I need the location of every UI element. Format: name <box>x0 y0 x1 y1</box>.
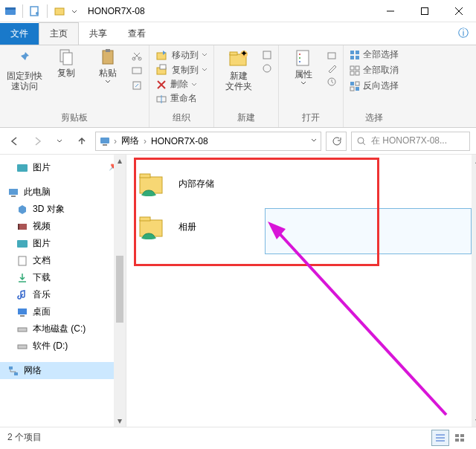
copy-path-button[interactable] <box>131 65 143 77</box>
help-icon[interactable]: ⓘ <box>458 27 469 40</box>
nav-this-pc[interactable]: 此电脑 <box>0 184 126 201</box>
paste-shortcut-button[interactable] <box>131 80 143 91</box>
nav-desktop[interactable]: 桌面 <box>0 303 126 320</box>
label: 新建 文件夹 <box>225 71 252 92</box>
scroll-thumb[interactable] <box>116 256 123 323</box>
details-view-button[interactable] <box>431 430 449 446</box>
group-label: 打开 <box>285 110 337 124</box>
svg-rect-1 <box>5 7 16 10</box>
refresh-button[interactable] <box>326 132 347 151</box>
content-scrollbar[interactable]: ▴ ▾ <box>472 155 476 427</box>
app-icon <box>4 5 16 17</box>
svg-rect-7 <box>63 53 72 65</box>
scroll-up-icon[interactable]: ▴ <box>114 155 126 167</box>
ribbon-group-clipboard: 固定到快 速访问 复制 粘贴 剪贴板 <box>0 45 149 127</box>
svg-rect-73 <box>460 439 464 442</box>
svg-rect-23 <box>263 51 271 59</box>
rename-button[interactable]: 重命名 <box>155 92 197 105</box>
svg-rect-16 <box>160 65 166 69</box>
address-bar: › 网络 › HONOR7X-08 在 HONOR7X-08... <box>0 128 476 155</box>
tab-file[interactable]: 文件 <box>0 23 39 45</box>
nav-scrollbar[interactable]: ▴ ▾ <box>114 155 126 427</box>
scroll-up-icon[interactable]: ▴ <box>472 155 476 167</box>
nav-pictures[interactable]: 图片 <box>0 159 126 176</box>
ribbon: 固定到快 速访问 复制 粘贴 剪贴板 移动到 复制到 删除 <box>0 45 476 128</box>
svg-rect-31 <box>350 51 354 54</box>
move-to-button[interactable]: 移动到 <box>155 48 208 62</box>
breadcrumb-bar[interactable]: › 网络 › HONOR7X-08 <box>95 132 321 151</box>
svg-point-45 <box>358 138 364 143</box>
svg-rect-37 <box>350 71 354 75</box>
copy-icon <box>57 48 75 66</box>
svg-rect-4 <box>55 8 64 15</box>
back-button[interactable] <box>6 132 24 150</box>
shortcut-icon <box>131 80 143 91</box>
svg-rect-34 <box>356 56 359 59</box>
svg-rect-32 <box>356 51 359 54</box>
nav-pictures-2[interactable]: 图片 <box>0 235 126 252</box>
nav-3d-objects[interactable]: 3D 对象 <box>0 201 126 218</box>
nav-documents[interactable]: 文档 <box>0 252 126 269</box>
svg-point-27 <box>299 57 300 59</box>
cut-button[interactable] <box>131 50 143 62</box>
recent-dropdown[interactable] <box>51 132 68 150</box>
qat-properties-icon[interactable] <box>29 5 41 17</box>
nav-downloads[interactable]: 下载 <box>0 269 126 286</box>
copy-button[interactable]: 复制 <box>48 48 85 78</box>
paste-button[interactable]: 粘贴 <box>89 48 126 84</box>
maximize-button[interactable] <box>408 0 442 22</box>
view-mode-buttons <box>431 430 469 446</box>
nav-videos[interactable]: 视频 <box>0 218 126 235</box>
scroll-down-icon[interactable]: ▾ <box>114 415 126 427</box>
pin-quick-access-button[interactable]: 固定到快 速访问 <box>6 48 43 92</box>
crumb-device[interactable]: HONOR7X-08 <box>149 136 210 146</box>
chevron-right-icon[interactable]: › <box>144 136 147 146</box>
large-icons-view-button[interactable] <box>451 430 469 446</box>
nav-c-drive[interactable]: 本地磁盘 (C:) <box>0 320 126 337</box>
select-none-button[interactable]: 全部取消 <box>350 64 399 77</box>
search-box[interactable]: 在 HONOR7X-08... <box>351 132 470 151</box>
select-all-button[interactable]: 全部选择 <box>350 48 399 61</box>
properties-button[interactable]: 属性 <box>285 48 322 85</box>
nav-music[interactable]: 音乐 <box>0 286 126 303</box>
open-button[interactable] <box>327 50 337 60</box>
chevron-right-icon[interactable]: › <box>114 136 117 146</box>
qat-new-icon[interactable] <box>54 5 65 17</box>
tab-home[interactable]: 主页 <box>39 22 79 45</box>
svg-point-24 <box>263 65 271 72</box>
easy-access-button[interactable] <box>262 63 272 74</box>
copy-to-button[interactable]: 复制到 <box>155 63 208 77</box>
tab-share[interactable]: 共享 <box>79 23 118 45</box>
edit-button[interactable] <box>327 63 337 74</box>
tab-view[interactable]: 查看 <box>118 23 156 45</box>
history-button[interactable] <box>327 77 337 87</box>
svg-rect-8 <box>103 51 113 64</box>
navigation-pane: 📌 图片 此电脑 3D 对象 视频 图片 文档 下载 音乐 桌面 本地磁盘 (C… <box>0 155 126 427</box>
separator <box>47 4 48 18</box>
minimize-button[interactable] <box>373 0 408 22</box>
label: 反向选择 <box>363 80 399 92</box>
svg-rect-43 <box>100 138 109 143</box>
svg-rect-36 <box>356 66 359 70</box>
svg-rect-46 <box>17 164 28 172</box>
up-button[interactable] <box>73 132 91 150</box>
separator <box>22 4 23 18</box>
content-pane[interactable]: 内部存储 相册 ▴ ▾ <box>126 155 476 427</box>
crumb-network[interactable]: 网络 <box>120 135 141 147</box>
new-folder-button[interactable]: ✦ 新建 文件夹 <box>220 48 257 92</box>
svg-rect-44 <box>103 144 107 146</box>
nav-d-drive[interactable]: 软件 (D:) <box>0 337 126 355</box>
nav-network[interactable]: 网络 <box>0 362 126 379</box>
forward-button[interactable] <box>28 132 46 150</box>
delete-button[interactable]: 删除 <box>155 78 197 91</box>
svg-rect-55 <box>18 328 27 332</box>
qat-dropdown-icon[interactable] <box>71 5 77 17</box>
svg-rect-9 <box>106 49 110 52</box>
label: 重命名 <box>170 92 197 105</box>
close-button[interactable] <box>442 0 476 22</box>
scroll-down-icon[interactable]: ▾ <box>472 415 476 427</box>
svg-point-3 <box>36 12 39 15</box>
new-item-button[interactable] <box>262 50 272 60</box>
address-dropdown-icon[interactable] <box>310 136 318 146</box>
invert-selection-button[interactable]: 反向选择 <box>350 80 399 92</box>
